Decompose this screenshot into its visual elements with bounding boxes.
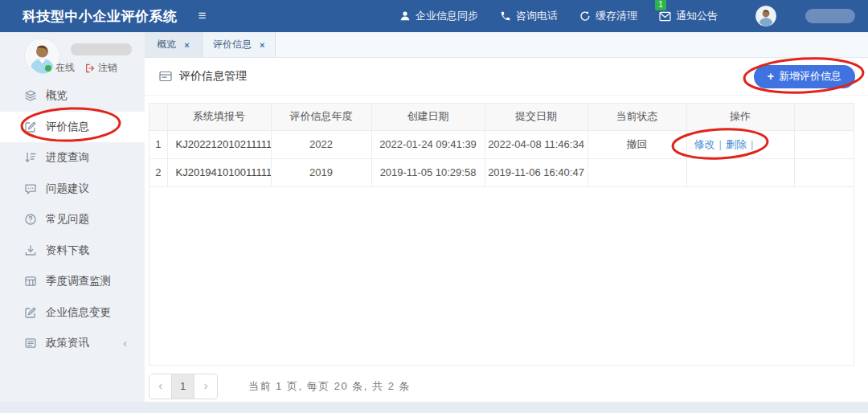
- tab-evaluation-info[interactable]: 评价信息 ×: [203, 32, 276, 57]
- table-header-index: [149, 104, 167, 130]
- separator: |: [751, 138, 753, 150]
- online-dot-icon: [45, 65, 51, 72]
- status-cell: 撤回: [588, 130, 686, 158]
- nav-item-notices[interactable]: 1 通知公告: [659, 9, 718, 23]
- prev-page-button[interactable]: ‹: [149, 374, 172, 399]
- table-row: 1 KJ202212010211111... 2022 2022-01-24 0…: [149, 130, 854, 158]
- submitted-date-cell: 2022-04-08 11:46:34: [485, 130, 588, 158]
- delete-link[interactable]: 删除: [726, 138, 747, 150]
- hamburger-menu-icon[interactable]: ≡: [199, 8, 207, 24]
- close-icon[interactable]: ×: [260, 40, 264, 50]
- table-header-submitted: 提交日期: [485, 104, 588, 130]
- pagination: ‹ 1 › 当前 1 页, 每页 20 条, 共 2 条: [149, 374, 854, 399]
- sidebar-item-downloads[interactable]: 资料下载: [0, 235, 145, 267]
- table-header-year: 评价信息年度: [271, 104, 371, 130]
- nav-label: 企业信息同步: [416, 9, 478, 23]
- table-header-created: 创建日期: [371, 104, 485, 130]
- sidebar-item-label: 问题建议: [46, 182, 89, 196]
- table-header-report-no: 系统填报号: [167, 104, 271, 130]
- nav-item-enterprise-sync[interactable]: 企业信息同步: [399, 9, 478, 23]
- year-cell: 2019: [271, 158, 371, 186]
- table-header-actions: 操作: [686, 104, 794, 130]
- sidebar-item-overview[interactable]: 概览: [0, 80, 145, 112]
- nav-label: 咨询电话: [516, 9, 558, 23]
- header-avatar[interactable]: [755, 6, 776, 27]
- logout-label: 注销: [98, 61, 117, 75]
- phone-icon: [500, 10, 511, 22]
- main-area: 概览 × 评价信息 × 评价信息管理 + 新增评价信息: [145, 32, 868, 402]
- year-cell: 2022: [271, 130, 371, 158]
- pagination-info: 当前 1 页, 每页 20 条, 共 2 条: [248, 379, 411, 394]
- edit-square-icon: [24, 121, 37, 133]
- nav-item-cache-clean[interactable]: 缓存清理: [579, 9, 637, 23]
- report-no-cell: KJ201941010011111...: [167, 158, 271, 186]
- spacer-cell: [794, 130, 854, 158]
- app-window: 科技型中小企业评价系统 ≡ 企业信息同步 咨询电话 缓存清理 1 通知公告: [0, 0, 868, 413]
- actions-cell: [686, 158, 794, 186]
- report-no-cell: KJ202212010211111...: [167, 130, 271, 158]
- layers-icon: [24, 89, 37, 102]
- grid-icon: [24, 275, 37, 288]
- tab-label: 概览: [157, 38, 176, 51]
- separator: |: [719, 138, 722, 150]
- sidebar-item-evaluation-info[interactable]: 评价信息: [0, 112, 145, 143]
- current-page-button[interactable]: 1: [172, 374, 194, 399]
- avatar-person-icon: [755, 6, 776, 27]
- edit-link[interactable]: 修改: [694, 138, 715, 150]
- table-header-row: 系统填报号 评价信息年度 创建日期 提交日期 当前状态 操作: [149, 104, 854, 130]
- pager-controls: ‹ 1 ›: [149, 374, 218, 399]
- plus-icon: +: [768, 71, 774, 82]
- sidebar-item-label: 政策资讯: [46, 336, 89, 350]
- download-icon: [24, 244, 37, 257]
- sidebar-item-feedback[interactable]: 问题建议: [0, 174, 145, 205]
- created-date-cell: 2019-11-05 10:29:58: [371, 158, 485, 186]
- page-title-row: 评价信息管理 + 新增评价信息: [145, 58, 868, 96]
- refresh-icon: [579, 10, 591, 22]
- evaluation-table: 系统填报号 评价信息年度 创建日期 提交日期 当前状态 操作: [149, 103, 854, 366]
- sidebar: 在线 注销 概览 评价信息 进度查询: [0, 32, 145, 402]
- tab-label: 评价信息: [213, 38, 252, 51]
- sidebar-user-panel: 在线 注销: [0, 32, 145, 79]
- news-icon: [24, 337, 37, 350]
- tab-bar: 概览 × 评价信息 ×: [145, 32, 868, 58]
- header-nav: 企业信息同步 咨询电话 缓存清理 1 通知公告: [399, 6, 858, 27]
- add-button-label: 新增评价信息: [779, 69, 841, 84]
- user-status-row: 在线 注销: [45, 61, 117, 75]
- status-cell: [588, 158, 686, 186]
- sidebar-item-faq[interactable]: 常见问题: [0, 204, 145, 235]
- row-index: 1: [149, 130, 167, 158]
- nav-item-hotline[interactable]: 咨询电话: [500, 9, 558, 23]
- next-page-button[interactable]: ›: [194, 374, 217, 399]
- page-title-text: 评价信息管理: [179, 69, 247, 84]
- sidebar-menu: 概览 评价信息 进度查询 问题建议 常见问题: [0, 80, 145, 359]
- close-icon[interactable]: ×: [184, 40, 189, 50]
- sidebar-item-label: 进度查询: [46, 150, 89, 165]
- tab-overview[interactable]: 概览 ×: [145, 32, 203, 57]
- edit-square-icon: [24, 306, 37, 319]
- table-row: 2 KJ201941010011111... 2019 2019-11-05 1…: [149, 158, 854, 186]
- question-icon: [24, 213, 37, 226]
- created-date-cell: 2022-01-24 09:41:39: [371, 130, 485, 158]
- panel-icon: [159, 71, 172, 82]
- sidebar-item-quarterly-survey[interactable]: 季度调查监测: [0, 266, 145, 297]
- user-icon: [399, 10, 411, 22]
- top-header: 科技型中小企业评价系统 ≡ 企业信息同步 咨询电话 缓存清理 1 通知公告: [0, 0, 868, 32]
- sidebar-item-enterprise-info-change[interactable]: 企业信息变更: [0, 297, 145, 329]
- logout-button[interactable]: 注销: [85, 61, 117, 75]
- sidebar-item-progress-query[interactable]: 进度查询: [0, 142, 145, 174]
- sidebar-item-label: 概览: [46, 88, 68, 103]
- comment-icon: [24, 182, 37, 195]
- content-card: 评价信息管理 + 新增评价信息: [145, 58, 868, 402]
- logout-icon: [85, 63, 95, 73]
- add-evaluation-button[interactable]: + 新增评价信息: [754, 65, 855, 88]
- row-index: 2: [149, 158, 167, 186]
- nav-label: 通知公告: [676, 9, 718, 23]
- user-name-redacted: [71, 43, 132, 55]
- chevron-left-icon: ‹: [123, 337, 145, 350]
- sidebar-item-policy-news[interactable]: 政策资讯 ‹: [0, 328, 145, 359]
- mail-icon: [659, 11, 671, 22]
- sidebar-item-label: 企业信息变更: [46, 305, 111, 320]
- sidebar-item-label: 资料下载: [46, 243, 89, 258]
- online-label: 在线: [55, 61, 75, 75]
- sidebar-item-label: 季度调查监测: [46, 274, 111, 288]
